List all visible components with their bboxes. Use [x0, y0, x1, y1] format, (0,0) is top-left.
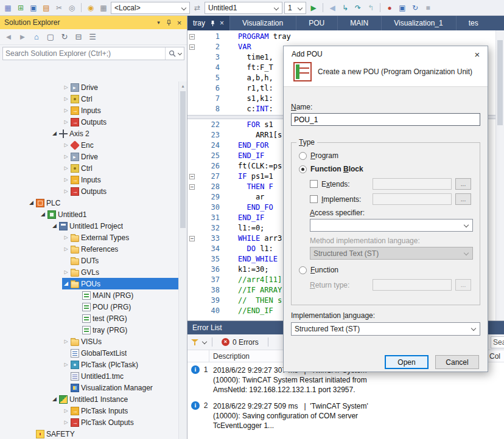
code-text[interactable]: //END_IF	[227, 306, 273, 316]
radio-function-row[interactable]: Function	[299, 266, 472, 274]
collapsed-arrow-icon[interactable]: ▷	[62, 405, 70, 417]
editor-tab-MAIN[interactable]: MAIN	[337, 16, 381, 30]
tree-scrollbar[interactable]: ▴	[178, 81, 187, 439]
line-number[interactable]: 38	[197, 285, 227, 296]
tree-item-untitled1[interactable]: ◢Untitled1	[0, 209, 178, 220]
tree-item-untitled1-tmc[interactable]: Untitled1.tmc	[0, 370, 178, 382]
tree-item-plctask-outputs[interactable]: ▷PlcTask Outputs	[0, 417, 178, 428]
forward-icon[interactable]: ►	[18, 32, 27, 43]
column-severity[interactable]	[187, 350, 209, 362]
code-line[interactable]: −1PROGRAM tray	[187, 32, 504, 42]
errors-filter-button[interactable]: × 0 Errors	[218, 337, 262, 348]
search-options[interactable]	[165, 47, 181, 60]
back-icon[interactable]: ◄	[4, 32, 13, 43]
line-number[interactable]: 40	[197, 306, 227, 316]
tree-item-tray-prg-[interactable]: tray (PRG)	[0, 324, 178, 336]
solution-explorer-titlebar[interactable]: Solution Explorer ▾ ×	[0, 16, 187, 29]
tree-item-inputs[interactable]: ▷Inputs	[0, 174, 178, 185]
line-number[interactable]: 31	[197, 213, 227, 223]
code-text[interactable]: VAR	[227, 42, 251, 52]
scrollbar-thumb[interactable]	[180, 91, 186, 228]
tree-item-outputs[interactable]: ▷Outputs	[0, 116, 178, 128]
instance-combo[interactable]: 1	[284, 2, 306, 14]
logout-icon[interactable]: ◀	[327, 2, 338, 13]
code-text[interactable]: ar	[227, 192, 264, 202]
code-text[interactable]: r1,tl:	[227, 83, 273, 94]
new-view-icon[interactable]: ▢	[46, 32, 55, 43]
radio-icon[interactable]	[299, 266, 307, 274]
access-specifier-select[interactable]	[310, 219, 473, 232]
code-text[interactable]: ARR1[s	[227, 130, 282, 140]
tree-item-axis-2[interactable]: ◢Axis 2	[0, 128, 178, 139]
expanded-arrow-icon[interactable]: ◢	[62, 278, 70, 289]
code-text[interactable]: l1:=0;	[227, 223, 264, 233]
collapsed-arrow-icon[interactable]: ▷	[62, 105, 70, 116]
save-icon[interactable]: ▣	[28, 2, 39, 13]
line-number[interactable]: 1	[197, 32, 227, 42]
tree-item-safety[interactable]: SAFETY	[0, 428, 178, 439]
free-run-toggle-icon[interactable]: ⇄	[192, 2, 203, 13]
home-icon[interactable]: ⌂	[32, 32, 41, 43]
tree-item-gvls[interactable]: ▷GVLs	[0, 266, 178, 278]
tree-item-inputs[interactable]: ▷Inputs	[0, 105, 178, 116]
line-number[interactable]: 5	[197, 73, 227, 83]
editor-scrollbar[interactable]	[495, 30, 504, 320]
extends-input[interactable]	[373, 178, 452, 190]
collapsed-arrow-icon[interactable]: ▷	[62, 266, 70, 278]
line-number[interactable]: 39	[197, 296, 227, 306]
tree-item-plctask-inputs[interactable]: ▷PlcTask Inputs	[0, 405, 178, 417]
editor-tab-tray[interactable]: tray×	[187, 16, 229, 30]
code-text[interactable]: END_FOR	[227, 140, 269, 151]
tree-item-untitled1-instance[interactable]: ◢Untitled1 Instance	[0, 393, 178, 405]
code-text[interactable]: IF ps1=1	[227, 171, 273, 182]
code-text[interactable]: // THEN s	[227, 296, 282, 306]
tree-item-outputs[interactable]: ▷Outputs	[0, 185, 178, 197]
tree-item-drive[interactable]: ▷Drive	[0, 151, 178, 162]
fold-marker-icon[interactable]: −	[189, 44, 195, 50]
step-over-icon[interactable]: ↷	[352, 2, 363, 13]
project-combo[interactable]: Untitled1	[205, 2, 282, 14]
line-number[interactable]: 7	[197, 94, 227, 104]
tree-item-test-prg-[interactable]: test (PRG)	[0, 313, 178, 324]
login-icon[interactable]: ▶	[308, 2, 319, 13]
line-number[interactable]: 2	[197, 42, 227, 52]
collapsed-arrow-icon[interactable]: ▷	[62, 232, 70, 243]
code-text[interactable]: ft:F_T	[227, 63, 273, 73]
solution-search-box[interactable]	[2, 47, 184, 60]
target-system-combo[interactable]: <Local>	[111, 2, 190, 14]
collapsed-arrow-icon[interactable]: ▷	[62, 162, 70, 174]
implementation-language-select[interactable]: Structured Text (ST)	[291, 322, 480, 336]
editor-tab-POU[interactable]: POU	[296, 16, 337, 30]
code-text[interactable]: FOR s1	[227, 120, 273, 130]
scrollbar-thumb[interactable]	[497, 40, 503, 125]
collapsed-arrow-icon[interactable]: ▷	[62, 81, 70, 93]
close-icon[interactable]: ×	[174, 18, 184, 28]
tree-item-visualization-manager[interactable]: Visualization Manager	[0, 382, 178, 393]
editor-tab-Visualization_1[interactable]: Visualization_1	[381, 16, 456, 30]
code-text[interactable]: s1,k1:	[227, 94, 273, 104]
error-search-input[interactable]	[491, 336, 504, 348]
radio-selected-icon[interactable]	[299, 165, 307, 173]
tree-item-pous[interactable]: ◢POUs	[0, 278, 178, 289]
watch-icon[interactable]: ▣	[397, 2, 408, 13]
collapsed-arrow-icon[interactable]: ▷	[62, 174, 70, 185]
radio-program-row[interactable]: Program	[299, 151, 472, 160]
code-text[interactable]: END_WHILE	[227, 254, 278, 264]
expanded-arrow-icon[interactable]: ◢	[51, 220, 58, 232]
radio-function-block-row[interactable]: Function Block	[299, 165, 472, 173]
collapsed-arrow-icon[interactable]: ▷	[62, 243, 70, 255]
line-number[interactable]: 30	[197, 202, 227, 213]
tree-item-plctask-plctask-[interactable]: ▷PlcTask (PlcTask)	[0, 359, 178, 370]
name-input[interactable]	[291, 113, 480, 126]
add-item-icon[interactable]: ⊞	[15, 2, 26, 13]
options-icon[interactable]: ◎	[66, 2, 77, 13]
collapsed-arrow-icon[interactable]: ▷	[62, 93, 70, 105]
fold-marker-icon[interactable]: −	[189, 34, 195, 40]
line-number[interactable]: 6	[197, 83, 227, 94]
code-text[interactable]: //IF ARRAY	[227, 285, 282, 296]
cancel-button[interactable]: Cancel	[435, 355, 479, 369]
new-project-icon[interactable]: ▦	[2, 2, 13, 13]
collapsed-arrow-icon[interactable]: ▷	[62, 336, 70, 347]
line-number[interactable]: 29	[197, 192, 227, 202]
expanded-arrow-icon[interactable]: ◢	[39, 209, 47, 220]
